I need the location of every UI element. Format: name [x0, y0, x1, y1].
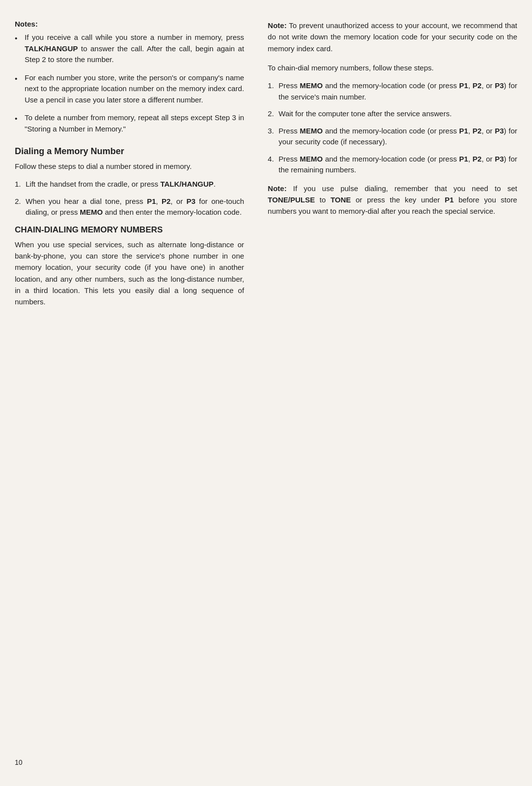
note-label: Note: — [268, 21, 287, 30]
chain-steps: 1. Press MEMO and the memory-location co… — [268, 80, 517, 176]
list-item: 2. Wait for the computer tone after the … — [268, 108, 517, 120]
list-item: • If you receive a call while you store … — [15, 32, 244, 66]
chain-step-2: Wait for the computer tone after the ser… — [279, 108, 517, 120]
chain-step-4: Press MEMO and the memory-location code … — [279, 154, 517, 176]
bullet-icon: • — [15, 73, 22, 85]
bullet-icon: • — [15, 113, 22, 125]
notes-list: • If you receive a call while you store … — [15, 32, 244, 134]
chain-heading: CHAIN-DIALING MEMORY NUMBERS — [15, 225, 244, 235]
notes-label: Notes: — [15, 20, 244, 28]
step-number: 2. — [268, 108, 279, 120]
step-number: 2. — [15, 196, 26, 207]
dialing-heading: Dialing a Memory Number — [15, 146, 244, 157]
note-label-2: Note: — [268, 184, 287, 193]
step-number: 4. — [268, 154, 279, 165]
list-item: 3. Press MEMO and the memory-location co… — [268, 126, 517, 148]
list-item: 1. Lift the handset from the cradle, or … — [15, 179, 244, 190]
step-number: 1. — [15, 179, 26, 190]
right-note-2: Note: If you use pulse dialing, remember… — [268, 183, 517, 217]
dialing-step-2: When you hear a dial tone, press P1, P2,… — [26, 196, 244, 218]
note-item-3: To delete a number from memory, repeat a… — [25, 112, 244, 134]
note-2-text: If you use pulse dialing, remember that … — [268, 184, 517, 216]
chain-step-1: Press MEMO and the memory-location code … — [279, 80, 517, 102]
note-item-1: If you receive a call while you store a … — [25, 32, 244, 66]
step-number: 3. — [268, 126, 279, 137]
list-item: • For each number you store, write the p… — [15, 72, 244, 106]
note-1-text: To prevent unauthorized access to your a… — [268, 21, 517, 53]
page: Notes: • If you receive a call while you… — [0, 0, 532, 786]
chain-step-3: Press MEMO and the memory-location code … — [279, 126, 517, 148]
chain-dial-intro: To chain-dial memory numbers, follow the… — [268, 62, 517, 73]
chain-intro: When you use special services, such as a… — [15, 239, 244, 308]
bullet-icon: • — [15, 33, 22, 44]
list-item: • To delete a number from memory, repeat… — [15, 112, 244, 134]
right-note-1: Note: To prevent unauthorized access to … — [268, 20, 517, 54]
dialing-intro: Follow these steps to dial a number stor… — [15, 161, 244, 172]
page-number: 10 — [15, 758, 517, 766]
dialing-steps: 1. Lift the handset from the cradle, or … — [15, 179, 244, 218]
list-item: 4. Press MEMO and the memory-location co… — [268, 154, 517, 176]
right-column: Note: To prevent unauthorized access to … — [256, 20, 517, 747]
note-item-2: For each number you store, write the per… — [25, 72, 244, 106]
step-number: 1. — [268, 80, 279, 92]
list-item: 1. Press MEMO and the memory-location co… — [268, 80, 517, 102]
list-item: 2. When you hear a dial tone, press P1, … — [15, 196, 244, 218]
left-column: Notes: • If you receive a call while you… — [15, 20, 256, 747]
dialing-step-1: Lift the handset from the cradle, or pre… — [26, 179, 244, 190]
